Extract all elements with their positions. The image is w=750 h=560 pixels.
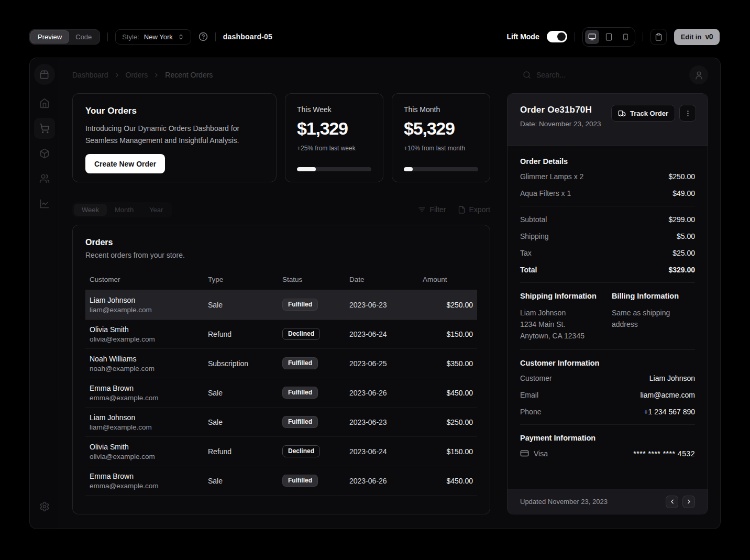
- orders-title: Orders: [85, 238, 477, 247]
- tab-month[interactable]: Month: [107, 204, 141, 216]
- orders-subtitle: Recent orders from your store.: [85, 251, 477, 259]
- shipping-line: Anytown, CA 12345: [520, 330, 603, 342]
- copy-code-button[interactable]: [650, 29, 667, 45]
- customer-email: emma@example.com: [90, 482, 200, 490]
- summary-cards-row: Your Orders Introducing Our Dynamic Orde…: [72, 93, 490, 182]
- customer-email: emma@example.com: [90, 394, 200, 402]
- stat-label: This Week: [297, 105, 371, 114]
- desktop-view-button[interactable]: [585, 30, 599, 44]
- toolbar-divider: [215, 32, 216, 41]
- order-amount: $250.00: [418, 290, 477, 320]
- sidebar-item-settings[interactable]: [34, 496, 55, 517]
- previous-order-button[interactable]: [666, 496, 678, 508]
- app-logo[interactable]: [34, 64, 55, 85]
- chevron-left-icon: [669, 498, 676, 505]
- table-row[interactable]: Emma Brownemma@example.com Sale Fulfille…: [85, 466, 477, 496]
- total-value: $5.00: [677, 232, 695, 240]
- customer-value: Liam Johnson: [649, 374, 695, 382]
- user-avatar[interactable]: [689, 65, 708, 84]
- table-controls-row: Week Month Year Filter Export: [72, 202, 490, 217]
- status-badge: Fulfilled: [282, 475, 318, 487]
- customer-name: Noah Williams: [90, 355, 200, 363]
- order-type: Refund: [204, 437, 278, 466]
- col-header-customer: Customer: [85, 270, 204, 290]
- chevron-right-icon: [686, 498, 692, 505]
- order-date: 2023-06-26: [345, 466, 418, 496]
- toggle-knob: [557, 32, 566, 41]
- order-panel-header: Order Oe31b70H Date: November 23, 2023 T…: [508, 94, 708, 146]
- tab-week[interactable]: Week: [74, 204, 107, 216]
- style-select[interactable]: Style: New York: [115, 29, 191, 45]
- order-item-row: Aqua Filters x 1 $49.00: [520, 189, 695, 197]
- next-order-button[interactable]: [682, 496, 695, 508]
- table-row[interactable]: Olivia Smitholivia@example.com Refund De…: [85, 437, 477, 466]
- col-header-type: Type: [204, 270, 278, 290]
- phone-label: Phone: [520, 408, 541, 416]
- order-date: 2023-06-25: [345, 349, 418, 378]
- customer-name: Emma Brown: [90, 384, 200, 392]
- more-options-button[interactable]: [679, 105, 696, 122]
- search-input[interactable]: Search...: [523, 71, 689, 79]
- shipping-row: Shipping $5.00: [520, 232, 695, 240]
- table-row[interactable]: Liam Johnsonliam@example.com Sale Fulfil…: [85, 408, 477, 437]
- view-mode-segment: Preview Code: [29, 29, 100, 45]
- order-pagination: [666, 496, 695, 508]
- customer-email: olivia@example.com: [90, 335, 200, 343]
- order-amount: $450.00: [418, 466, 477, 496]
- sidebar-item-orders[interactable]: [34, 118, 55, 139]
- order-amount: $450.00: [418, 378, 477, 408]
- email-row: Email liam@acme.com: [520, 391, 695, 399]
- line-chart-icon: [39, 199, 50, 209]
- period-tabs: Week Month Year: [72, 202, 172, 217]
- table-row[interactable]: Olivia Smitholivia@example.com Refund De…: [85, 320, 477, 349]
- order-type: Refund: [204, 320, 278, 349]
- phone-row: Phone +1 234 567 890: [520, 408, 695, 416]
- customer-email: noah@example.com: [90, 365, 200, 372]
- breadcrumb-dashboard[interactable]: Dashboard: [72, 71, 108, 79]
- sidebar-item-home[interactable]: [34, 93, 55, 114]
- separator: [520, 424, 695, 425]
- order-item-row: Glimmer Lamps x 2 $250.00: [520, 172, 695, 181]
- tab-year[interactable]: Year: [141, 204, 171, 216]
- lift-mode-toggle[interactable]: [547, 31, 567, 42]
- total-label: Total: [520, 266, 537, 274]
- users-icon: [39, 173, 50, 184]
- breadcrumb-orders[interactable]: Orders: [126, 71, 148, 79]
- code-tab[interactable]: Code: [69, 31, 98, 43]
- total-value: $25.00: [672, 249, 695, 257]
- table-row[interactable]: Noah Williamsnoah@example.com Subscripti…: [85, 349, 477, 378]
- sidebar-item-analytics[interactable]: [34, 193, 55, 214]
- create-new-order-button[interactable]: Create New Order: [85, 154, 165, 173]
- chevrons-up-down-icon: [178, 34, 184, 40]
- order-panel-body: Order Details Glimmer Lamps x 2 $250.00 …: [508, 146, 708, 489]
- total-label: Subtotal: [520, 215, 547, 224]
- stat-value: $1,329: [297, 118, 371, 139]
- order-date: 2023-06-23: [345, 408, 418, 437]
- stat-delta: +25% from last week: [297, 145, 371, 152]
- preview-tab[interactable]: Preview: [31, 31, 69, 43]
- help-circle-icon[interactable]: [198, 32, 208, 41]
- total-value: $299.00: [668, 215, 695, 224]
- track-order-button[interactable]: Track Order: [611, 105, 675, 122]
- order-date: 2023-06-24: [345, 320, 418, 349]
- project-name: dashboard-05: [223, 32, 272, 41]
- chevron-right-icon: [153, 72, 160, 79]
- track-order-label: Track Order: [630, 109, 668, 117]
- col-header-date: Date: [345, 270, 418, 290]
- table-row[interactable]: Emma Brownemma@example.com Sale Fulfille…: [85, 378, 477, 408]
- orders-table: Customer Type Status Date Amount Liam Jo…: [85, 270, 477, 496]
- tablet-view-button[interactable]: [602, 30, 616, 44]
- table-row[interactable]: Liam Johnsonliam@example.com Sale Fulfil…: [85, 290, 477, 320]
- order-id-title: Order Oe31b70H: [520, 105, 601, 115]
- chevron-right-icon: [114, 72, 120, 79]
- order-amount: $350.00: [418, 349, 477, 378]
- order-type: Sale: [204, 378, 278, 408]
- export-button[interactable]: Export: [458, 205, 490, 214]
- order-panel-footer: Updated November 23, 2023: [508, 489, 708, 514]
- mobile-view-button[interactable]: [619, 30, 633, 44]
- sidebar-item-products[interactable]: [34, 143, 55, 164]
- breadcrumb-recent-orders: Recent Orders: [165, 71, 213, 79]
- edit-in-v0-button[interactable]: Edit in v0: [674, 29, 720, 45]
- filter-button[interactable]: Filter: [418, 205, 446, 214]
- sidebar-item-customers[interactable]: [34, 168, 55, 189]
